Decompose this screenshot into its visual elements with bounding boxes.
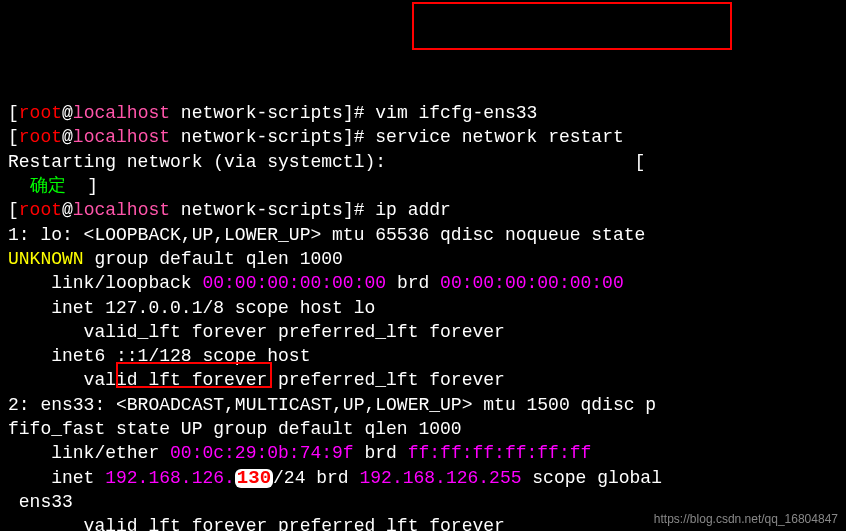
lo-link: link/loopback (8, 273, 202, 293)
path: network-scripts (170, 103, 343, 123)
ens-mac-brd: ff:ff:ff:ff:ff:ff (408, 443, 592, 463)
ens-valid: valid_lft forever preferred_lft forever (8, 516, 505, 531)
user: root (19, 103, 62, 123)
prompt-line-1: [root@localhost network-scripts]# vim if… (8, 103, 537, 123)
host: localhost (73, 103, 170, 123)
lo-valid2: valid_lft forever preferred_lft forever (8, 370, 505, 390)
cmd-restart: service network restart (375, 127, 623, 147)
bracket: [ (8, 103, 19, 123)
lo-mac: 00:00:00:00:00:00 (202, 273, 386, 293)
lo-valid: valid_lft forever preferred_lft forever (8, 322, 505, 342)
at: @ (62, 103, 73, 123)
watermark-text: https://blog.csdn.net/qq_16804847 (654, 511, 838, 527)
marker: ]# (343, 103, 365, 123)
prompt-line-2: [root@localhost network-scripts]# servic… (8, 127, 624, 147)
ens-header: 2: ens33: <BROADCAST,MULTICAST,UP,LOWER_… (8, 395, 656, 415)
terminal-output: [root@localhost network-scripts]# vim if… (8, 101, 838, 531)
cmd-vim: vim ifcfg-ens33 (375, 103, 537, 123)
ok-text: 确定 (8, 176, 66, 196)
cmd-ipaddr: ip addr (375, 200, 451, 220)
ens-ip-a: 192.168.126. (105, 468, 235, 488)
lo-mac-brd: 00:00:00:00:00:00 (440, 273, 624, 293)
restart-output: Restarting network (via systemctl): [ (8, 152, 645, 172)
ens-mac: 00:0c:29:0b:74:9f (170, 443, 354, 463)
prompt-line-3: [root@localhost network-scripts]# ip add… (8, 200, 451, 220)
ip-highlight-badge: 130 (235, 469, 273, 488)
ok-close: ] (66, 176, 98, 196)
lo-inet: inet 127.0.0.1/8 scope host lo (8, 298, 375, 318)
ens-link: link/ether (8, 443, 170, 463)
ens-header-2: fifo_fast state UP group default qlen 10… (8, 419, 462, 439)
lo-header: 1: lo: <LOOPBACK,UP,LOWER_UP> mtu 65536 … (8, 225, 656, 245)
lo-inet6: inet6 ::1/128 scope host (8, 346, 310, 366)
ens-inet-pre: inet (8, 468, 105, 488)
highlight-box-commands (412, 2, 732, 50)
state-unknown: UNKNOWN (8, 249, 84, 269)
ens-ip-brd: 192.168.126.255 (359, 468, 521, 488)
ens-tail: ens33 (8, 492, 73, 512)
